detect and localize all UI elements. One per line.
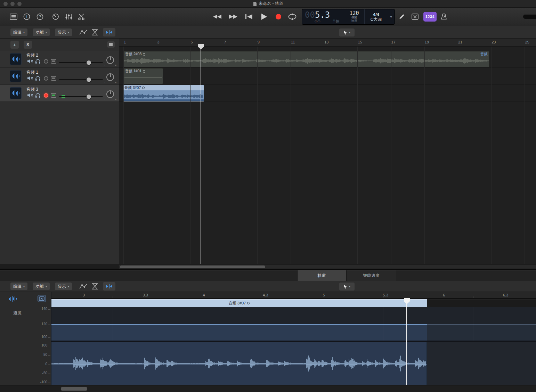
- input-monitor-button[interactable]: [51, 93, 56, 98]
- mute-button[interactable]: [27, 76, 33, 81]
- editor-scrollbar-thumb[interactable]: [61, 387, 87, 391]
- record-enable-button[interactable]: [44, 59, 48, 64]
- editor-ruler[interactable]: 33.344.355.366.3: [51, 292, 536, 298]
- waveform-lane[interactable]: [51, 342, 536, 385]
- pan-knob-pointer: [110, 91, 111, 94]
- track-header-audio-3[interactable]: 音频 3 L R: [0, 85, 119, 102]
- editor-functions-menu[interactable]: 功能▾: [33, 283, 50, 290]
- solo-button[interactable]: [35, 76, 41, 81]
- tab-smart-tempo[interactable]: 智能速度: [346, 270, 396, 281]
- volume-slider[interactable]: [59, 62, 103, 63]
- input-monitor-button[interactable]: [51, 76, 56, 81]
- pan-left-label: L: [105, 64, 106, 66]
- minimize-button[interactable]: [10, 2, 15, 6]
- main-playhead[interactable]: [201, 45, 201, 264]
- loop-ring-icon: [142, 87, 145, 89]
- tempo-lane[interactable]: [51, 307, 536, 341]
- library-button[interactable]: [8, 12, 19, 22]
- grid-line: [123, 47, 124, 264]
- volume-slider[interactable]: [59, 79, 103, 80]
- editor-playhead-marker[interactable]: [404, 298, 410, 304]
- main-scrollbar-thumb[interactable]: [120, 266, 265, 268]
- track-lanes[interactable]: 音频 2#03 音频 音频 1#01 音频 3#07: [119, 47, 536, 264]
- automation-icon[interactable]: [79, 29, 88, 36]
- editor-playhead[interactable]: [406, 299, 407, 385]
- editor-link-button[interactable]: [38, 295, 46, 302]
- pointer-tool-selector[interactable]: ▾: [339, 28, 355, 36]
- track-header-audio-1[interactable]: 音频 1 L R: [0, 68, 119, 85]
- editor-region-bar[interactable]: 音频 3#07: [51, 299, 427, 307]
- tempo-line[interactable]: [51, 324, 427, 325]
- grid-line: [491, 47, 492, 264]
- volume-slider-thumb[interactable]: [87, 60, 91, 65]
- count-in-button[interactable]: 1234: [423, 12, 437, 22]
- editor-view-menu[interactable]: 显示▾: [55, 283, 72, 290]
- record-button[interactable]: [272, 12, 285, 22]
- track-name: 音频 3: [26, 87, 38, 92]
- lcd-display[interactable]: 005.3 小节 节拍 120 保留 速度 4/4 C大调 ▾: [302, 9, 395, 25]
- beat-grid-line: [503, 307, 503, 341]
- pencil-tool-button[interactable]: [396, 12, 407, 22]
- lcd-dropdown-chevron-icon[interactable]: ▾: [388, 9, 395, 24]
- solo-button[interactable]: [35, 59, 41, 64]
- catch-playhead-button[interactable]: [103, 28, 115, 36]
- loop-ring-icon: [247, 302, 250, 304]
- region3-waveform: [124, 93, 203, 100]
- mixer-button[interactable]: [63, 12, 75, 22]
- main-view-menu[interactable]: 显示▾: [55, 28, 72, 36]
- add-track-button[interactable]: +: [10, 41, 19, 49]
- main-playhead-marker[interactable]: [198, 44, 204, 50]
- editor-edit-menu[interactable]: 编辑▾: [10, 283, 27, 290]
- flex-icon[interactable]: [91, 283, 98, 290]
- go-to-beginning-button[interactable]: [243, 12, 255, 22]
- region-label: 音频 3#07: [124, 85, 141, 90]
- main-ruler[interactable]: 135791113151719212325: [119, 39, 536, 47]
- waveform-icon: [11, 90, 20, 97]
- functions-menu-label: 功能: [35, 30, 44, 35]
- solo-button[interactable]: [35, 93, 41, 98]
- mute-button[interactable]: [27, 59, 33, 64]
- play-icon: [260, 13, 267, 20]
- master-solo-button[interactable]: S: [24, 41, 32, 49]
- track-header-config-button[interactable]: [107, 41, 115, 48]
- flex-icon[interactable]: [91, 29, 98, 36]
- volume-slider-thumb[interactable]: [87, 95, 91, 99]
- metronome-button[interactable]: [438, 12, 450, 22]
- main-edit-menu[interactable]: 编辑▾: [10, 28, 27, 36]
- smart-controls-button[interactable]: [50, 12, 62, 22]
- erase-button[interactable]: [409, 12, 421, 22]
- forward-button[interactable]: [227, 12, 240, 22]
- close-button[interactable]: [3, 2, 8, 6]
- editor-catch-playhead-button[interactable]: [103, 282, 115, 291]
- editors-button[interactable]: [75, 12, 87, 22]
- cycle-button[interactable]: [286, 12, 299, 22]
- record-enable-button[interactable]: [44, 76, 48, 81]
- play-button[interactable]: [257, 12, 270, 22]
- record-enable-button[interactable]: [44, 93, 48, 98]
- beat-grid-line: [443, 307, 443, 341]
- pan-knob[interactable]: [106, 73, 114, 81]
- volume-slider-thumb[interactable]: [87, 77, 91, 82]
- editor-pointer-tool-selector[interactable]: ▾: [339, 283, 355, 291]
- mute-button[interactable]: [27, 93, 33, 98]
- ruler-tick: [383, 296, 383, 298]
- automation-icon[interactable]: [79, 283, 88, 290]
- inspector-button[interactable]: i: [21, 12, 33, 22]
- track-icon: [10, 53, 22, 65]
- main-functions-menu[interactable]: 功能▾: [33, 28, 50, 36]
- region-audio2-03[interactable]: 音频 2#03 音频: [123, 51, 489, 67]
- ruler-number: 13: [324, 40, 328, 44]
- input-monitor-button[interactable]: [51, 59, 56, 64]
- ruler-number: 3: [157, 40, 159, 44]
- rewind-button[interactable]: [211, 12, 224, 22]
- pan-knob[interactable]: [106, 56, 114, 64]
- region-audio3-07[interactable]: 音频 3#07: [123, 85, 204, 101]
- volume-slider[interactable]: [59, 96, 103, 97]
- pan-knob[interactable]: [106, 90, 114, 98]
- scale-tick: [48, 309, 50, 310]
- quick-help-button[interactable]: ?: [34, 12, 46, 22]
- track-header-audio-2[interactable]: 音频 2 L R: [0, 51, 119, 68]
- tab-tracks[interactable]: 轨道: [297, 270, 346, 281]
- zoom-button[interactable]: [17, 2, 22, 6]
- tempo-band-region: [51, 325, 427, 341]
